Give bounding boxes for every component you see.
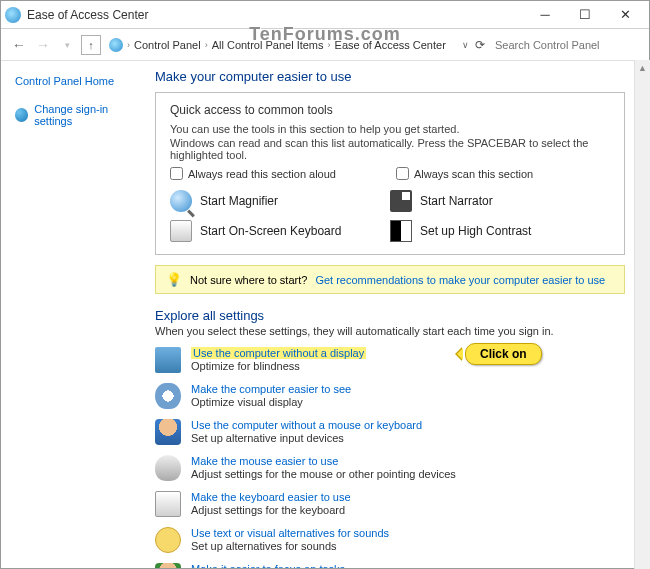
tool-contrast[interactable]: Set up High Contrast — [390, 220, 610, 242]
page-title: Make your computer easier to use — [155, 69, 625, 84]
window-title: Ease of Access Center — [27, 8, 148, 22]
setting-link[interactable]: Make the keyboard easier to use — [191, 491, 351, 503]
breadcrumb-item[interactable]: Ease of Access Center — [335, 39, 446, 51]
setting-desc: Set up alternative input devices — [191, 432, 422, 444]
callout-annotation: Click on — [465, 343, 542, 365]
setting-item: Use the computer without a mouse or keyb… — [155, 419, 625, 445]
back-button[interactable]: ← — [9, 35, 29, 55]
main-content: Make your computer easier to use Quick a… — [151, 61, 649, 568]
quick-desc: You can use the tools in this section to… — [170, 123, 610, 135]
tool-narrator[interactable]: Start Narrator — [390, 190, 610, 212]
setting-link[interactable]: Use the computer without a display — [191, 347, 366, 359]
minimize-button[interactable]: ─ — [525, 3, 565, 27]
setting-item: Use the computer without a displayOptimi… — [155, 347, 625, 373]
checkbox-scan[interactable] — [396, 167, 409, 180]
bulb-icon: 💡 — [166, 272, 182, 287]
setting-desc: Adjust settings for the keyboard — [191, 504, 351, 516]
setting-link[interactable]: Make the mouse easier to use — [191, 455, 456, 467]
keyboard-icon — [170, 220, 192, 242]
breadcrumb-icon — [109, 38, 123, 52]
setting-item: Make the keyboard easier to useAdjust se… — [155, 491, 625, 517]
sidebar-item-label: Change sign-in settings — [34, 103, 143, 127]
up-button[interactable]: ↑ — [81, 35, 101, 55]
setting-link[interactable]: Make the computer easier to see — [191, 383, 351, 395]
app-icon — [5, 7, 21, 23]
close-button[interactable]: ✕ — [605, 3, 645, 27]
setting-item: Use text or visual alternatives for soun… — [155, 527, 625, 553]
setting-desc: Optimize visual display — [191, 396, 351, 408]
quick-title: Quick access to common tools — [170, 103, 610, 117]
check-read-aloud[interactable]: Always read this section aloud — [170, 167, 336, 180]
setting-link[interactable]: Use text or visual alternatives for soun… — [191, 527, 389, 539]
narrator-icon — [390, 190, 412, 212]
breadcrumb-item[interactable]: All Control Panel Items — [212, 39, 324, 51]
sidebar-home-link[interactable]: Control Panel Home — [15, 75, 143, 87]
magnifier-icon — [170, 190, 192, 212]
setting-link[interactable]: Use the computer without a mouse or keyb… — [191, 419, 422, 431]
tool-magnifier[interactable]: Start Magnifier — [170, 190, 390, 212]
setting-icon — [155, 563, 181, 568]
recent-dropdown[interactable]: ▾ — [57, 35, 77, 55]
checkbox-read-aloud[interactable] — [170, 167, 183, 180]
setting-desc: Adjust settings for the mouse or other p… — [191, 468, 456, 480]
check-scan[interactable]: Always scan this section — [396, 167, 533, 180]
setting-item: Make the computer easier to seeOptimize … — [155, 383, 625, 409]
setting-desc: Optimize for blindness — [191, 360, 366, 372]
tip-text: Not sure where to start? — [190, 274, 307, 286]
setting-icon — [155, 347, 181, 373]
settings-list: Use the computer without a displayOptimi… — [155, 347, 625, 568]
maximize-button[interactable]: ☐ — [565, 3, 605, 27]
sidebar: Control Panel Home Change sign-in settin… — [1, 61, 151, 568]
scrollbar[interactable]: ▲ — [634, 60, 650, 569]
search-input[interactable] — [491, 34, 641, 56]
explore-title: Explore all settings — [155, 308, 625, 323]
setting-icon — [155, 419, 181, 445]
title-bar: Ease of Access Center ─ ☐ ✕ — [1, 1, 649, 29]
setting-icon — [155, 455, 181, 481]
signin-icon — [15, 108, 28, 122]
refresh-button[interactable]: ⟳ — [475, 38, 485, 52]
forward-button[interactable]: → — [33, 35, 53, 55]
breadcrumb-dropdown[interactable]: ∨ — [462, 40, 469, 50]
tip-bar: 💡 Not sure where to start? Get recommend… — [155, 265, 625, 294]
setting-desc: Set up alternatives for sounds — [191, 540, 389, 552]
tool-osk[interactable]: Start On-Screen Keyboard — [170, 220, 390, 242]
explore-desc: When you select these settings, they wil… — [155, 325, 625, 337]
setting-icon — [155, 383, 181, 409]
setting-icon — [155, 527, 181, 553]
tip-link[interactable]: Get recommendations to make your compute… — [315, 274, 605, 286]
setting-link[interactable]: Make it easier to focus on tasks — [191, 563, 372, 568]
contrast-icon — [390, 220, 412, 242]
quick-access-box: Quick access to common tools You can use… — [155, 92, 625, 255]
scroll-up-icon[interactable]: ▲ — [635, 60, 650, 76]
breadcrumb-item[interactable]: Control Panel — [134, 39, 201, 51]
setting-item: Make it easier to focus on tasksAdjust s… — [155, 563, 625, 568]
breadcrumb[interactable]: › Control Panel › All Control Panel Item… — [109, 38, 458, 52]
nav-bar: ← → ▾ ↑ › Control Panel › All Control Pa… — [1, 29, 649, 61]
setting-icon — [155, 491, 181, 517]
quick-hint: Windows can read and scan this list auto… — [170, 137, 610, 161]
sidebar-item-signin[interactable]: Change sign-in settings — [15, 103, 143, 127]
setting-item: Make the mouse easier to useAdjust setti… — [155, 455, 625, 481]
